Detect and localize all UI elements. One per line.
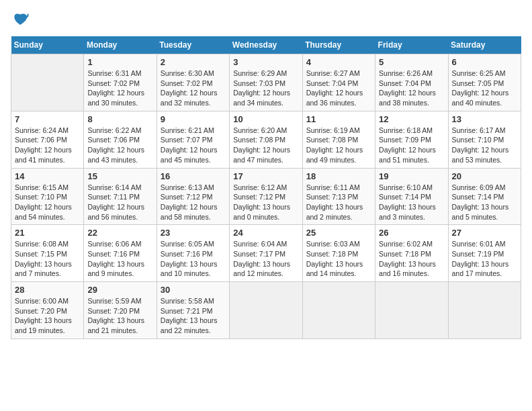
calendar-cell: 3Sunrise: 6:29 AMSunset: 7:03 PMDaylight… — [230, 54, 302, 111]
calendar-cell — [375, 282, 448, 339]
day-info: Sunrise: 6:00 AMSunset: 7:20 PMDaylight:… — [15, 296, 80, 336]
calendar-cell: 12Sunrise: 6:18 AMSunset: 7:09 PMDayligh… — [375, 111, 448, 168]
calendar-cell — [230, 282, 302, 339]
day-number: 24 — [233, 228, 298, 238]
weekday-header-thursday: Thursday — [302, 36, 375, 54]
weekday-header-saturday: Saturday — [448, 36, 521, 54]
calendar-cell — [302, 282, 375, 339]
day-number: 26 — [379, 228, 444, 238]
day-info: Sunrise: 6:11 AMSunset: 7:13 PMDaylight:… — [306, 183, 371, 222]
logo-bird-icon — [11, 11, 30, 30]
calendar-cell: 14Sunrise: 6:15 AMSunset: 7:10 PMDayligh… — [11, 168, 84, 225]
calendar-cell: 4Sunrise: 6:27 AMSunset: 7:04 PMDaylight… — [302, 54, 375, 111]
day-number: 10 — [233, 114, 298, 124]
weekday-header-monday: Monday — [84, 36, 157, 54]
day-info: Sunrise: 6:26 AMSunset: 7:04 PMDaylight:… — [379, 68, 444, 108]
day-number: 16 — [161, 171, 226, 181]
calendar-cell: 26Sunrise: 6:02 AMSunset: 7:18 PMDayligh… — [375, 225, 448, 282]
day-number: 2 — [161, 57, 226, 67]
calendar-cell: 7Sunrise: 6:24 AMSunset: 7:06 PMDaylight… — [11, 111, 84, 168]
calendar-cell: 25Sunrise: 6:03 AMSunset: 7:18 PMDayligh… — [302, 225, 375, 282]
day-number: 3 — [233, 57, 298, 67]
day-number: 23 — [161, 228, 226, 238]
calendar-table: SundayMondayTuesdayWednesdayThursdayFrid… — [11, 36, 521, 339]
day-info: Sunrise: 6:04 AMSunset: 7:17 PMDaylight:… — [233, 239, 298, 279]
day-info: Sunrise: 6:21 AMSunset: 7:07 PMDaylight:… — [161, 126, 226, 165]
day-number: 28 — [15, 285, 80, 295]
calendar-cell: 6Sunrise: 6:25 AMSunset: 7:05 PMDaylight… — [448, 54, 521, 111]
calendar-cell: 17Sunrise: 6:12 AMSunset: 7:12 PMDayligh… — [230, 168, 302, 225]
day-number: 22 — [87, 228, 152, 238]
day-number: 7 — [15, 114, 80, 124]
calendar-cell: 30Sunrise: 5:58 AMSunset: 7:21 PMDayligh… — [157, 282, 229, 339]
day-number: 21 — [15, 228, 80, 238]
week-row-2: 7Sunrise: 6:24 AMSunset: 7:06 PMDaylight… — [11, 111, 521, 168]
calendar-cell: 24Sunrise: 6:04 AMSunset: 7:17 PMDayligh… — [230, 225, 302, 282]
day-info: Sunrise: 6:31 AMSunset: 7:02 PMDaylight:… — [87, 68, 152, 108]
calendar-cell: 13Sunrise: 6:17 AMSunset: 7:10 PMDayligh… — [448, 111, 521, 168]
week-row-4: 21Sunrise: 6:08 AMSunset: 7:15 PMDayligh… — [11, 225, 521, 282]
week-row-5: 28Sunrise: 6:00 AMSunset: 7:20 PMDayligh… — [11, 282, 521, 339]
day-info: Sunrise: 6:25 AMSunset: 7:05 PMDaylight:… — [452, 68, 517, 108]
calendar-cell: 29Sunrise: 5:59 AMSunset: 7:20 PMDayligh… — [84, 282, 157, 339]
calendar-cell: 1Sunrise: 6:31 AMSunset: 7:02 PMDaylight… — [84, 54, 157, 111]
weekday-header-row: SundayMondayTuesdayWednesdayThursdayFrid… — [11, 36, 521, 54]
page-header — [11, 11, 521, 30]
day-number: 27 — [452, 228, 517, 238]
day-number: 9 — [161, 114, 226, 124]
day-number: 5 — [379, 57, 444, 67]
calendar-cell: 19Sunrise: 6:10 AMSunset: 7:14 PMDayligh… — [375, 168, 448, 225]
calendar-cell: 15Sunrise: 6:14 AMSunset: 7:11 PMDayligh… — [84, 168, 157, 225]
day-info: Sunrise: 6:01 AMSunset: 7:19 PMDaylight:… — [452, 239, 517, 279]
day-number: 18 — [306, 171, 371, 181]
day-info: Sunrise: 6:22 AMSunset: 7:06 PMDaylight:… — [87, 126, 152, 165]
calendar-cell: 11Sunrise: 6:19 AMSunset: 7:08 PMDayligh… — [302, 111, 375, 168]
day-info: Sunrise: 5:58 AMSunset: 7:21 PMDaylight:… — [161, 296, 226, 336]
day-number: 1 — [87, 57, 152, 67]
day-info: Sunrise: 6:13 AMSunset: 7:12 PMDaylight:… — [161, 183, 226, 222]
weekday-header-sunday: Sunday — [11, 36, 84, 54]
calendar-cell — [11, 54, 84, 111]
day-number: 25 — [306, 228, 371, 238]
calendar-cell: 18Sunrise: 6:11 AMSunset: 7:13 PMDayligh… — [302, 168, 375, 225]
day-number: 4 — [306, 57, 371, 67]
day-info: Sunrise: 6:06 AMSunset: 7:16 PMDaylight:… — [87, 239, 152, 279]
calendar-cell: 27Sunrise: 6:01 AMSunset: 7:19 PMDayligh… — [448, 225, 521, 282]
day-number: 20 — [452, 171, 517, 181]
day-info: Sunrise: 6:05 AMSunset: 7:16 PMDaylight:… — [161, 239, 226, 279]
day-info: Sunrise: 6:29 AMSunset: 7:03 PMDaylight:… — [233, 68, 298, 108]
day-info: Sunrise: 6:20 AMSunset: 7:08 PMDaylight:… — [233, 126, 298, 165]
calendar-cell: 16Sunrise: 6:13 AMSunset: 7:12 PMDayligh… — [157, 168, 229, 225]
day-info: Sunrise: 6:02 AMSunset: 7:18 PMDaylight:… — [379, 239, 444, 279]
calendar-cell: 20Sunrise: 6:09 AMSunset: 7:14 PMDayligh… — [448, 168, 521, 225]
calendar-cell — [448, 282, 521, 339]
day-number: 13 — [452, 114, 517, 124]
day-info: Sunrise: 6:19 AMSunset: 7:08 PMDaylight:… — [306, 126, 371, 165]
calendar-cell: 21Sunrise: 6:08 AMSunset: 7:15 PMDayligh… — [11, 225, 84, 282]
day-number: 30 — [161, 285, 226, 295]
day-info: Sunrise: 6:24 AMSunset: 7:06 PMDaylight:… — [15, 126, 80, 165]
day-number: 14 — [15, 171, 80, 181]
day-info: Sunrise: 6:18 AMSunset: 7:09 PMDaylight:… — [379, 126, 444, 165]
calendar-cell: 23Sunrise: 6:05 AMSunset: 7:16 PMDayligh… — [157, 225, 229, 282]
calendar-cell: 5Sunrise: 6:26 AMSunset: 7:04 PMDaylight… — [375, 54, 448, 111]
calendar-cell: 28Sunrise: 6:00 AMSunset: 7:20 PMDayligh… — [11, 282, 84, 339]
day-info: Sunrise: 6:12 AMSunset: 7:12 PMDaylight:… — [233, 183, 298, 222]
day-info: Sunrise: 6:17 AMSunset: 7:10 PMDaylight:… — [452, 126, 517, 165]
calendar-cell: 2Sunrise: 6:30 AMSunset: 7:02 PMDaylight… — [157, 54, 229, 111]
day-number: 11 — [306, 114, 371, 124]
calendar-cell: 9Sunrise: 6:21 AMSunset: 7:07 PMDaylight… — [157, 111, 229, 168]
day-info: Sunrise: 6:30 AMSunset: 7:02 PMDaylight:… — [161, 68, 226, 108]
day-number: 15 — [87, 171, 152, 181]
day-info: Sunrise: 6:09 AMSunset: 7:14 PMDaylight:… — [452, 183, 517, 222]
weekday-header-friday: Friday — [375, 36, 448, 54]
day-number: 29 — [87, 285, 152, 295]
day-info: Sunrise: 6:10 AMSunset: 7:14 PMDaylight:… — [379, 183, 444, 222]
day-number: 19 — [379, 171, 444, 181]
weekday-header-tuesday: Tuesday — [157, 36, 229, 54]
calendar-cell: 10Sunrise: 6:20 AMSunset: 7:08 PMDayligh… — [230, 111, 302, 168]
day-info: Sunrise: 5:59 AMSunset: 7:20 PMDaylight:… — [87, 296, 152, 336]
calendar-cell: 8Sunrise: 6:22 AMSunset: 7:06 PMDaylight… — [84, 111, 157, 168]
day-info: Sunrise: 6:14 AMSunset: 7:11 PMDaylight:… — [87, 183, 152, 222]
week-row-3: 14Sunrise: 6:15 AMSunset: 7:10 PMDayligh… — [11, 168, 521, 225]
